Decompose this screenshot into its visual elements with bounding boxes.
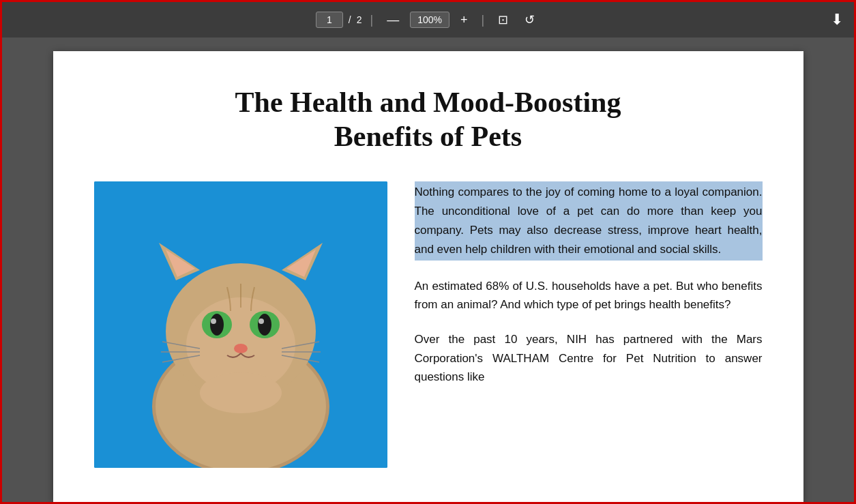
document-title: The Health and Mood-Boosting Benefits of… bbox=[94, 85, 763, 154]
pdf-viewer: The Health and Mood-Boosting Benefits of… bbox=[2, 38, 854, 504]
svg-point-14 bbox=[259, 318, 264, 324]
download-button[interactable]: ⬇ bbox=[831, 11, 843, 29]
paragraph2: An estimated 68% of U.S. households have… bbox=[415, 277, 763, 314]
pdf-page: The Health and Mood-Boosting Benefits of… bbox=[53, 51, 803, 502]
document-content: Nothing compares to the joy of coming ho… bbox=[94, 181, 763, 468]
highlighted-paragraph: Nothing compares to the joy of coming ho… bbox=[415, 181, 763, 261]
svg-point-11 bbox=[210, 314, 224, 336]
title-line1: The Health and Mood-Boosting bbox=[235, 87, 621, 118]
document-text-column: Nothing compares to the joy of coming ho… bbox=[415, 181, 763, 402]
svg-point-13 bbox=[211, 318, 216, 324]
divider-1: | bbox=[370, 13, 373, 27]
toolbar-controls: 1 / 2 | — 100% + | ⊡ ↺ bbox=[316, 10, 540, 30]
total-pages: 2 bbox=[357, 14, 362, 25]
svg-point-15 bbox=[234, 344, 248, 353]
svg-point-12 bbox=[258, 314, 271, 336]
fit-page-button[interactable]: ⊡ bbox=[492, 10, 514, 30]
rotate-button[interactable]: ↺ bbox=[519, 10, 540, 30]
fit-icon: ⊡ bbox=[498, 12, 508, 27]
zoom-level[interactable]: 100% bbox=[410, 12, 449, 28]
download-icon: ⬇ bbox=[831, 11, 843, 28]
zoom-out-button[interactable]: — bbox=[381, 10, 404, 30]
page-separator: / bbox=[349, 14, 351, 25]
title-line2: Benefits of Pets bbox=[334, 121, 522, 152]
zoom-in-button[interactable]: + bbox=[455, 10, 473, 30]
rotate-icon: ↺ bbox=[525, 12, 535, 27]
divider-2: | bbox=[482, 13, 485, 27]
cat-image bbox=[94, 181, 387, 468]
current-page[interactable]: 1 bbox=[316, 12, 343, 28]
highlighted-text: Nothing compares to the joy of coming ho… bbox=[415, 183, 763, 259]
svg-point-22 bbox=[200, 372, 282, 413]
pdf-toolbar: 1 / 2 | — 100% + | ⊡ ↺ ⬇ bbox=[2, 2, 854, 38]
paragraph3: Over the past 10 years, NIH has partnere… bbox=[415, 330, 763, 386]
